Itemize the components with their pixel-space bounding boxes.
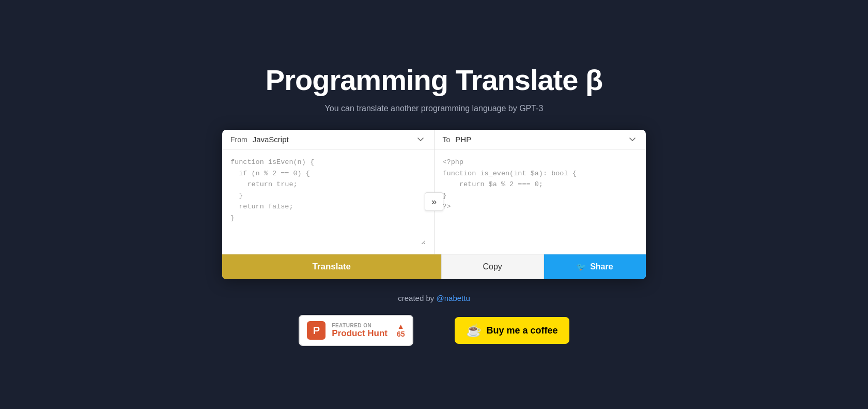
product-hunt-text: FEATURED ON Product Hunt xyxy=(332,323,388,339)
product-hunt-votes: ▲ 65 xyxy=(397,323,405,338)
input-textarea[interactable]: function isEven(n) { if (n % 2 == 0) { r… xyxy=(230,157,426,245)
credits-section: created by @nabettu xyxy=(398,294,470,302)
vote-count: 65 xyxy=(397,330,405,338)
copy-button[interactable]: Copy xyxy=(442,254,544,279)
main-container: Programming Translate β You can translat… xyxy=(212,42,656,367)
from-label: From xyxy=(230,135,247,144)
translator-header: From JavaScript Python TypeScript Ruby G… xyxy=(222,130,646,149)
translator-container: From JavaScript Python TypeScript Ruby G… xyxy=(222,130,646,279)
from-selector-group: From JavaScript Python TypeScript Ruby G… xyxy=(222,130,434,149)
translate-arrow-button[interactable]: » xyxy=(425,192,443,211)
product-hunt-logo: P xyxy=(307,321,326,340)
bottom-badges: P FEATURED ON Product Hunt ▲ 65 ☕ Buy me… xyxy=(299,315,569,346)
output-panel: <?php function is_even(int $a): bool { r… xyxy=(434,149,646,254)
translate-button[interactable]: Translate xyxy=(222,254,441,279)
credits-text: created by xyxy=(398,294,434,302)
creator-link[interactable]: @nabettu xyxy=(436,294,470,302)
vote-arrow-icon: ▲ xyxy=(397,323,405,330)
right-actions: Copy 🐦 Share xyxy=(441,254,646,279)
product-hunt-featured: FEATURED ON xyxy=(332,323,388,328)
input-panel: function isEven(n) { if (n % 2 == 0) { r… xyxy=(222,149,434,254)
share-button[interactable]: 🐦 Share xyxy=(544,254,646,279)
to-language-select[interactable]: PHP Python JavaScript TypeScript Ruby Go… xyxy=(455,135,638,144)
translator-footer: Translate Copy 🐦 Share xyxy=(222,254,646,279)
translator-body: function isEven(n) { if (n % 2 == 0) { r… xyxy=(222,149,646,254)
to-selector-group: To PHP Python JavaScript TypeScript Ruby… xyxy=(434,130,646,149)
to-label: To xyxy=(443,135,451,144)
coffee-icon: ☕ xyxy=(466,323,482,338)
share-label: Share xyxy=(590,262,613,271)
twitter-icon: 🐦 xyxy=(577,262,586,271)
product-hunt-name: Product Hunt xyxy=(332,328,388,339)
page-subtitle: You can translate another programming la… xyxy=(325,104,544,113)
page-title: Programming Translate β xyxy=(266,63,602,97)
coffee-label: Buy me a coffee xyxy=(487,325,558,336)
arrow-icon: » xyxy=(431,196,437,207)
from-language-select[interactable]: JavaScript Python TypeScript Ruby Go Rus… xyxy=(253,135,426,144)
output-code: <?php function is_even(int $a): bool { r… xyxy=(443,157,638,245)
product-hunt-badge[interactable]: P FEATURED ON Product Hunt ▲ 65 xyxy=(299,315,413,346)
buy-coffee-button[interactable]: ☕ Buy me a coffee xyxy=(455,317,569,344)
